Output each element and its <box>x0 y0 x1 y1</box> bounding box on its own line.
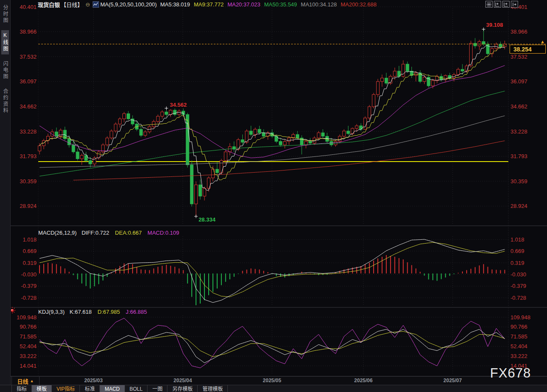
macd-bar <box>394 257 395 273</box>
candle-body <box>317 133 320 138</box>
axis-label-left: -0.030 <box>21 271 37 278</box>
chart-canvas[interactable]: 40.40140.40138.96638.96637.53237.53236.0… <box>0 0 547 392</box>
candle-body <box>380 78 383 82</box>
pan-icon[interactable] <box>485 1 493 8</box>
candle-body <box>144 132 147 135</box>
period-selector[interactable]: 日线 ▲ <box>11 377 40 385</box>
scale-right-icon[interactable] <box>502 1 510 8</box>
toolbar-item-另存模板[interactable]: 另存模板 <box>167 385 198 392</box>
macd-dea-value: DEA:0.667 <box>115 230 142 236</box>
macd-bar <box>255 269 255 274</box>
axis-label-left: 34.662 <box>20 103 37 110</box>
macd-bar <box>267 272 268 273</box>
sidebar-tab-2[interactable]: K线图 <box>1 30 9 54</box>
candle-body <box>232 147 235 149</box>
axis-label-right: 34.662 <box>510 103 527 110</box>
macd-bar <box>183 270 184 273</box>
candle-body <box>119 119 122 124</box>
axis-label-right: 109.948 <box>510 314 530 321</box>
candle-body <box>173 110 176 114</box>
collapse-icon[interactable]: ⊖ <box>85 1 90 8</box>
candle-body <box>186 114 189 165</box>
macd-bar <box>158 267 159 273</box>
candle-body <box>377 82 380 95</box>
toolbar-item-标准[interactable]: 标准 <box>80 385 100 392</box>
candle-body <box>364 118 367 129</box>
axis-label-left: 36.097 <box>20 78 37 85</box>
macd-bar <box>77 273 78 279</box>
toolbar-item-指标[interactable]: 指标 <box>11 385 32 392</box>
candle-body <box>473 43 476 46</box>
candle-body <box>444 75 447 80</box>
toolbar-item-VIP指标[interactable]: VIP指标 <box>52 385 80 392</box>
macd-bar <box>208 273 209 295</box>
candle-body <box>482 42 485 44</box>
macd-title: MACD(26,12,9) <box>38 230 77 236</box>
trading-app: 40.40140.40138.96638.96637.53237.53236.0… <box>0 0 547 392</box>
macd-bar <box>496 270 497 274</box>
candle-body <box>478 42 481 46</box>
macd-bar <box>48 263 48 273</box>
candle-body <box>490 48 493 54</box>
toolbar-item-模板[interactable]: 模板 <box>32 385 52 392</box>
axis-label-left: 109.948 <box>17 314 37 321</box>
macd-bar <box>162 266 163 273</box>
ma-value: MA5:38.019 <box>160 1 190 8</box>
toolbar-item-一图[interactable]: 一图 <box>147 385 167 392</box>
ma-lines-icon[interactable] <box>93 1 99 8</box>
watermark: FX678 <box>490 366 531 381</box>
window-toolbar <box>485 1 518 8</box>
axis-label-left: 71.585 <box>20 333 37 340</box>
macd-bar <box>462 271 463 273</box>
sidebar-tab-3[interactable]: 闪电图 <box>1 59 9 82</box>
macd-header: MACD(26,12,9) DIFF:0.722 DEA:0.667 MACD:… <box>38 230 179 236</box>
toolbar-item-MACD[interactable]: MACD <box>100 385 125 392</box>
candle-body <box>355 126 358 128</box>
macd-bar <box>475 267 476 273</box>
axis-label-left: 31.793 <box>20 153 37 159</box>
candle-body <box>503 44 506 47</box>
shift-right-icon[interactable] <box>511 1 518 8</box>
candle-body <box>156 116 159 121</box>
sidebar-tab-4[interactable]: 合约资料 <box>1 86 9 116</box>
macd-bar <box>119 266 120 274</box>
candle-body <box>59 130 62 136</box>
macd-bar <box>217 273 218 288</box>
macd-bar <box>327 273 328 275</box>
ma-value: MA100:34.128 <box>301 1 337 8</box>
candle-body <box>224 152 227 160</box>
macd-bar <box>85 273 86 286</box>
toolbar-item-BOLL[interactable]: BOLL <box>125 385 148 392</box>
scale-left-icon[interactable] <box>494 1 501 8</box>
axis-label-left: 33.222 <box>20 353 37 359</box>
macd-bar <box>453 273 454 274</box>
macd-bar <box>141 270 142 273</box>
time-axis: 日线 ▲ 2025/032025/042025/052025/062025/07 <box>0 376 547 385</box>
macd-bar <box>369 263 370 273</box>
date-label: 2025/06 <box>354 378 372 383</box>
macd-bar <box>73 273 74 275</box>
candle-body <box>68 139 71 145</box>
axis-label-left: 0.669 <box>23 248 37 254</box>
macd-bar <box>365 264 366 273</box>
macd-bar <box>382 257 383 273</box>
candle-body <box>80 155 83 159</box>
axis-label-right: -0.728 <box>510 295 526 301</box>
axis-label-right: 36.097 <box>510 78 527 85</box>
axis-label-left: -0.728 <box>21 295 37 301</box>
macd-bar <box>221 273 222 285</box>
axis-label-left: 38.966 <box>20 28 37 35</box>
axis-label-right: -0.030 <box>510 271 526 278</box>
sidebar-tab-1[interactable]: 分时图 <box>1 3 9 26</box>
macd-bar <box>234 273 235 277</box>
macd-bar <box>60 266 61 273</box>
candle-body <box>499 44 502 47</box>
axis-label-right: 90.766 <box>510 324 527 330</box>
macd-bar <box>242 271 243 273</box>
period-label: 日线 <box>17 377 28 385</box>
candle-body <box>385 78 388 83</box>
axis-label-right: -0.379 <box>510 283 526 289</box>
macd-bar <box>399 258 400 273</box>
toolbar-item-管理模板[interactable]: 管理模板 <box>198 385 228 392</box>
macd-bar <box>247 270 247 273</box>
